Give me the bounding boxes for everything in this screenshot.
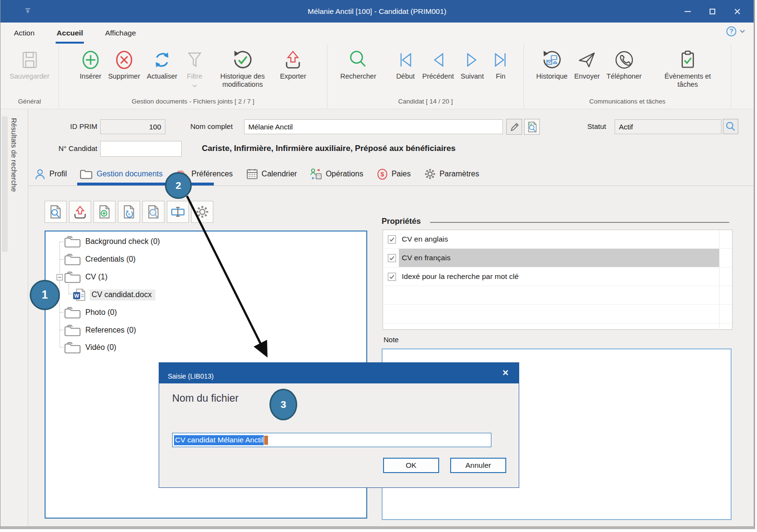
- nav-previous-button[interactable]: Précédent: [419, 46, 457, 81]
- nav-next-button[interactable]: Suivant: [457, 46, 487, 81]
- tree-item-cv-file[interactable]: W CV candidat.docx: [72, 288, 155, 302]
- dialog-title: Saisie (LIB013): [168, 372, 214, 380]
- step-badge-3: 3: [269, 389, 297, 420]
- ribbon-group-label: Communications et tâches: [524, 98, 731, 109]
- no-candidat-input[interactable]: [100, 141, 182, 157]
- window-title: Mélanie Anctil [100] - Candidat (PRIM001…: [0, 0, 754, 23]
- tree-item-background-check[interactable]: Background check (0): [64, 234, 160, 249]
- properties-title: Propriétés: [382, 217, 421, 226]
- refresh-button[interactable]: Actualiser: [143, 46, 181, 81]
- text-caret: [264, 436, 268, 445]
- property-row-empty: [383, 286, 732, 305]
- property-row-cv-anglais[interactable]: CV en anglais: [383, 230, 732, 249]
- insert-icon: [80, 47, 101, 72]
- ribbon-group-general: Sauvegarder Général: [0, 45, 59, 109]
- delete-button[interactable]: Supprimer: [105, 46, 143, 81]
- help-icon[interactable]: ?: [726, 26, 736, 36]
- checkbox-checked-icon[interactable]: [388, 273, 396, 281]
- dialog-title-bar: Saisie (LIB013): [159, 363, 519, 383]
- tree-collapse-toggle[interactable]: [57, 274, 63, 280]
- nom-complet-field[interactable]: Mélanie Anctil: [244, 119, 503, 134]
- tree-item-video[interactable]: Vidéo (0): [64, 340, 116, 355]
- tree-item-cv[interactable]: CV (1): [64, 270, 107, 284]
- dialog-close-button[interactable]: [501, 368, 510, 377]
- property-row-indexe[interactable]: Idexé pour la recherche par mot clé: [383, 267, 732, 286]
- document-settings-button[interactable]: [191, 201, 213, 223]
- add-document-button[interactable]: [93, 201, 116, 223]
- tree-item-photo[interactable]: Photo (0): [64, 305, 117, 320]
- chevron-down-icon[interactable]: [740, 30, 745, 33]
- document-preview-icon: [146, 204, 161, 220]
- folder-icon: [64, 253, 82, 266]
- upload-icon: [72, 204, 88, 220]
- sidebar-grip[interactable]: [2, 116, 8, 252]
- send-button[interactable]: Envoyer: [571, 46, 603, 81]
- insert-button[interactable]: Insérer: [76, 46, 105, 81]
- close-button[interactable]: [725, 0, 750, 23]
- ok-button[interactable]: OK: [383, 458, 439, 473]
- document-history-button[interactable]: [118, 201, 140, 223]
- step-badge-2: 2: [165, 172, 192, 199]
- tab-parametres[interactable]: Paramètres: [424, 168, 479, 180]
- cancel-button[interactable]: Annuler: [450, 458, 506, 473]
- menu-action[interactable]: Action: [14, 23, 35, 45]
- menu-affichage[interactable]: Affichage: [105, 23, 136, 45]
- tree-item-references[interactable]: References (0): [64, 323, 136, 337]
- open-document-button[interactable]: [45, 201, 67, 223]
- document-view-icon: [48, 204, 63, 220]
- menu-accueil[interactable]: Accueil: [57, 23, 83, 45]
- preview-document-button[interactable]: [142, 201, 164, 223]
- checkbox-checked-icon[interactable]: [388, 254, 396, 262]
- save-icon: [20, 47, 40, 72]
- nom-complet-label: Nom complet: [190, 122, 233, 130]
- rename-document-button[interactable]: [167, 201, 189, 223]
- nav-first-icon: [396, 47, 416, 72]
- document-history-icon: [121, 204, 137, 220]
- maximize-button[interactable]: [700, 0, 725, 23]
- comm-history-icon: [541, 47, 563, 72]
- nav-last-button[interactable]: Fin: [487, 46, 514, 81]
- id-prim-field: 100: [100, 119, 165, 134]
- comm-history-button[interactable]: Historique: [533, 46, 571, 81]
- search-button[interactable]: Rechercher: [337, 46, 380, 81]
- export-icon: [282, 47, 303, 72]
- statut-search-button[interactable]: [723, 119, 738, 134]
- modification-history-button[interactable]: Historique des modifications: [209, 46, 277, 88]
- properties-list: CV en anglais CV en français Idexé pour …: [383, 230, 733, 330]
- cv-preview-button[interactable]: CV: [524, 119, 540, 135]
- sidebar-tab-resultats[interactable]: Résultats de recherche: [10, 118, 18, 192]
- edit-name-button[interactable]: [506, 119, 522, 135]
- filter-button[interactable]: Filtre: [181, 46, 209, 89]
- filter-icon: [184, 47, 205, 72]
- document-add-icon: [97, 204, 112, 220]
- checkbox-checked-icon[interactable]: [388, 235, 396, 243]
- gear-icon: [424, 168, 436, 180]
- rename-icon: [170, 204, 186, 220]
- tab-calendrier[interactable]: Calendrier: [246, 168, 297, 180]
- close-icon: [734, 8, 741, 15]
- save-button[interactable]: Sauvegarder: [6, 46, 53, 81]
- active-tab-underline: [77, 183, 214, 185]
- export-button[interactable]: Exporter: [277, 46, 310, 81]
- send-icon: [576, 47, 597, 72]
- phone-button[interactable]: Téléphoner: [603, 46, 645, 81]
- tab-profil[interactable]: Profil: [34, 168, 67, 180]
- filter-chevron-icon: [192, 81, 197, 89]
- person-icon: [34, 168, 46, 180]
- nav-first-button[interactable]: Début: [392, 46, 419, 81]
- tree-connector: [69, 284, 69, 294]
- tab-rule: [28, 185, 754, 186]
- upload-document-button[interactable]: [69, 201, 91, 223]
- minimize-button[interactable]: [675, 0, 700, 23]
- filename-input[interactable]: CV candidat Mélanie Anctil: [172, 433, 491, 447]
- pencil-icon: [509, 122, 520, 132]
- document-toolbar: [45, 201, 213, 223]
- tab-gestion-documents[interactable]: Gestion documents: [80, 168, 163, 180]
- tab-paies[interactable]: $ Paies: [376, 168, 411, 180]
- phone-icon: [614, 47, 635, 72]
- events-tasks-button[interactable]: Évènements et tâches: [653, 46, 722, 88]
- property-row-cv-francais[interactable]: CV en français: [383, 249, 732, 267]
- tree-item-credentials[interactable]: Credentials (0): [64, 252, 136, 266]
- tab-operations[interactable]: Opérations: [310, 168, 363, 180]
- properties-rule: [430, 222, 729, 223]
